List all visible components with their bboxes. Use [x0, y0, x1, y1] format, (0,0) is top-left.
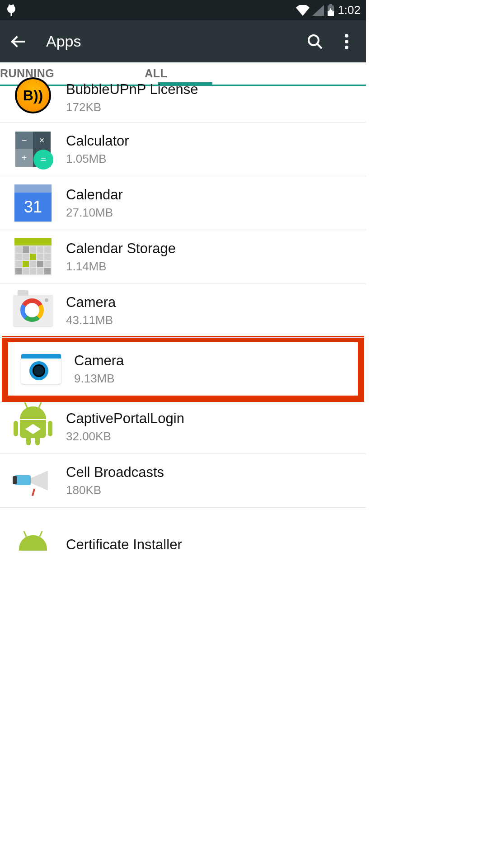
app-size: 180KB: [66, 483, 164, 497]
bubbleupnp-icon: B)): [13, 75, 53, 116]
app-size: 172KB: [66, 100, 198, 114]
calculator-icon: −× + =: [13, 129, 53, 170]
status-time: 1:02: [338, 3, 361, 17]
android-icon: [13, 406, 53, 447]
svg-point-9: [345, 34, 348, 38]
app-size: 32.00KB: [66, 429, 184, 443]
list-item[interactable]: −× + = Calculator 1.05MB: [0, 123, 366, 176]
app-name: Calendar: [66, 187, 123, 203]
search-button[interactable]: [305, 32, 324, 51]
app-name: CaptivePortalLogin: [66, 410, 184, 427]
app-size: 1.14MB: [66, 259, 176, 274]
google-camera-icon: [13, 290, 53, 331]
list-item[interactable]: Camera 43.11MB: [0, 284, 366, 338]
app-size: 27.10MB: [66, 206, 123, 220]
list-item[interactable]: B)) BubbleUPnP License 172KB: [0, 85, 366, 123]
app-name: Certificate Installer: [66, 537, 182, 553]
camera-icon: [21, 349, 61, 389]
action-bar: Apps: [0, 20, 366, 62]
cellular-icon: [312, 5, 324, 16]
list-item[interactable]: 31 Calendar 27.10MB: [0, 176, 366, 230]
app-name: BubbleUPnP License: [66, 81, 198, 98]
svg-rect-1: [11, 13, 12, 16]
app-name: Camera: [74, 353, 124, 369]
app-list[interactable]: B)) BubbleUPnP License 172KB −× + = Calc…: [0, 85, 366, 555]
calendar-icon: 31: [13, 183, 53, 223]
svg-rect-5: [329, 4, 332, 6]
app-size: 1.05MB: [66, 152, 129, 166]
app-name: Calculator: [66, 133, 129, 149]
status-bar: 1:02: [0, 0, 366, 20]
battery-charging-icon: [327, 4, 335, 17]
calendar-storage-icon: [13, 236, 53, 277]
list-item[interactable]: Calendar Storage 1.14MB: [0, 230, 366, 284]
overflow-menu-button[interactable]: [337, 32, 356, 51]
page-title: Apps: [46, 33, 305, 50]
svg-point-11: [345, 46, 348, 49]
wifi-icon: [296, 5, 310, 16]
list-item[interactable]: Camera 9.13MB: [8, 342, 358, 396]
app-size: 43.11MB: [66, 313, 116, 327]
svg-point-7: [309, 35, 319, 45]
svg-point-3: [12, 4, 14, 6]
app-size: 9.13MB: [74, 372, 124, 386]
debug-icon: [5, 4, 17, 17]
list-item[interactable]: CaptivePortalLogin 32.00KB: [0, 400, 366, 454]
list-item[interactable]: Cell Broadcasts 180KB: [0, 454, 366, 508]
svg-point-2: [9, 4, 10, 6]
svg-point-0: [7, 5, 15, 13]
highlight-annotation: Camera 9.13MB: [2, 336, 364, 402]
android-icon: [13, 514, 53, 555]
list-item[interactable]: Certificate Installer: [0, 508, 366, 555]
app-name: Calendar Storage: [66, 241, 176, 257]
megaphone-icon: [13, 460, 53, 501]
app-name: Cell Broadcasts: [66, 464, 164, 481]
back-button[interactable]: [6, 30, 29, 53]
app-name: Camera: [66, 294, 116, 311]
svg-point-10: [345, 40, 348, 43]
svg-line-8: [317, 44, 322, 48]
